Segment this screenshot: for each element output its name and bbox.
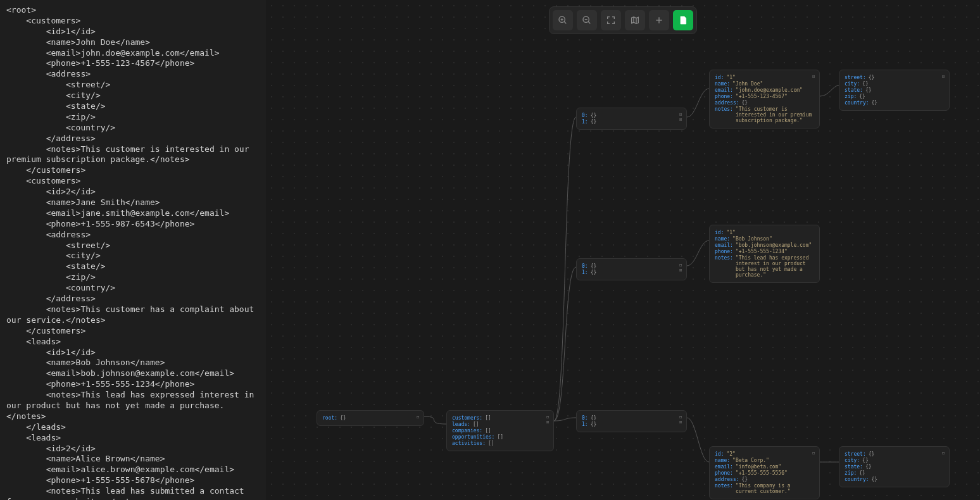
zoom-out-button[interactable] [577,10,597,30]
node-address-2[interactable]: street: {} city: {} state: {} zip: {} co… [839,446,950,487]
export-button[interactable] [673,10,693,30]
fit-view-button[interactable] [601,10,621,30]
add-node-button[interactable] [649,10,669,30]
node-handle[interactable]: ⊟ [544,415,551,418]
svg-line-5 [588,22,590,23]
node-handle[interactable]: ⊠ [544,420,551,423]
node-collections[interactable]: customers: [] leads: [] companies: [] op… [446,410,554,451]
xml-source-code: <root> <customers> <id>1</id> <name>John… [6,5,260,500]
svg-line-1 [564,22,566,23]
node-handle-left [317,416,320,420]
graph-canvas[interactable]: root: {} ⊟ customers: [] leads: [] compa… [266,0,980,500]
node-numeric-a[interactable]: 0: {} 1: {} ⊟⊠ [576,108,687,130]
zoom-in-icon [558,15,568,25]
graph-toolbar [549,6,697,34]
zoom-out-icon [582,15,592,25]
minimap-icon [630,15,640,25]
node-company-2[interactable]: id: "2" name: "Beta Corp." email: "info@… [709,446,820,499]
node-handle[interactable]: ⊟ [415,415,421,418]
node-root[interactable]: root: {} ⊟ [317,410,424,426]
node-row: root: {} [322,415,418,421]
node-numeric-b[interactable]: 0: {} 1: {} ⊟⊠ [576,258,687,280]
node-address-1[interactable]: street: {} city: {} state: {} zip: {} co… [839,70,950,111]
plus-icon [654,15,664,25]
node-numeric-c[interactable]: 0: {} 1: {} ⊟⊠ [576,410,687,432]
fit-view-icon [606,15,616,25]
file-icon [678,15,688,25]
minimap-button[interactable] [625,10,645,30]
node-customer-1[interactable]: id: "1" name: "John Doe" email: "john.do… [709,70,820,128]
node-lead-1[interactable]: id: "1" name: "Bob Johnson" email: "bob.… [709,225,820,283]
xml-source-panel[interactable]: <root> <customers> <id>1</id> <name>John… [0,0,266,500]
zoom-in-button[interactable] [553,10,573,30]
